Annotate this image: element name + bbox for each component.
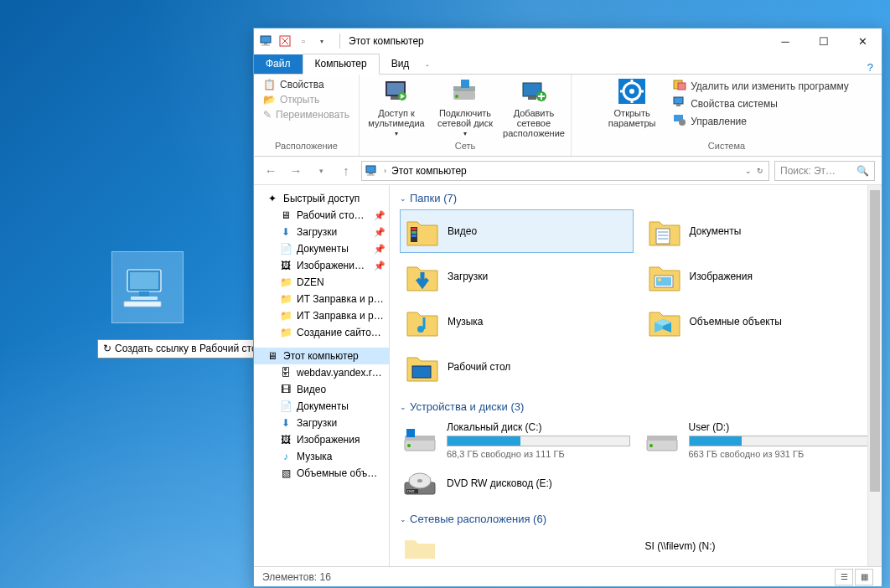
tree-item[interactable]: 🗄webdav.yandex.r… [254,364,389,381]
section-drives-header[interactable]: ⌄Устройства и диски (3) [393,397,882,416]
nav-up-button[interactable]: ↑ [336,161,356,181]
qat-dropdown-icon[interactable]: ▾ [314,34,329,49]
qat-properties-icon[interactable] [277,34,292,49]
nav-back-button[interactable]: ← [261,161,281,181]
svg-rect-38 [411,231,417,234]
ribbon-manage[interactable]: Управление [670,113,851,129]
folder-desktop[interactable]: Рабочий стол [400,345,634,389]
netdrive-icon: 🗄 [279,366,292,379]
folder-icon: 📁 [279,292,292,306]
qat-new-folder-icon[interactable]: ▫ [296,34,311,49]
content-scrollbar[interactable] [867,185,882,566]
ribbon-group-system: Открыть параметры Удалить или изменить п… [572,75,882,156]
folder-downloads[interactable]: Загрузки [400,255,634,298]
view-details-button[interactable]: ☰ [835,569,853,585]
addr-root[interactable]: Этот компьютер [391,165,467,177]
picture-icon: 🖼 [279,433,292,446]
manage-icon [673,114,686,128]
folder-icon: 📁 [279,309,292,322]
tree-item[interactable]: 📄Документы📌 [254,240,389,257]
drive-d[interactable]: User (D:) 663 ГБ свободно из 931 ГБ [642,418,876,462]
ribbon-open-settings[interactable]: Открыть параметры [602,78,662,128]
ribbon-map-drive[interactable]: Подключить сетевой диск▾ [435,78,495,137]
pin-icon: 📌 [374,227,385,238]
drive-free: 663 ГБ свободно из 931 ГБ [689,449,872,459]
tree-item[interactable]: 🖼Изображения [254,431,389,448]
svg-point-16 [455,95,458,98]
drive-dvd[interactable]: DVD DVD RW дисковод (E:) [400,467,634,501]
close-button[interactable]: ✕ [843,28,882,54]
sysprops-icon [673,96,686,111]
ribbon-uninstall[interactable]: Удалить или изменить программу [670,78,851,94]
svg-rect-30 [676,104,680,106]
desktop-drag-pc-icon[interactable] [111,251,184,323]
document-icon: 📄 [279,242,292,255]
folder-pictures[interactable]: Изображения [642,255,876,298]
tab-file[interactable]: Файл [254,54,303,74]
tree-item[interactable]: 🖥Рабочий сто…📌 [254,207,389,224]
folder-documents[interactable]: Документы [642,209,876,253]
tab-computer[interactable]: Компьютер [303,54,380,75]
section-folders-header[interactable]: ⌄Папки (7) [393,188,882,208]
chevron-down-icon: ⌄ [400,515,406,524]
help-icon[interactable]: ? [859,61,882,74]
addr-refresh-icon[interactable]: ↻ [755,167,765,175]
folder-music[interactable]: Музыка [400,300,634,343]
tree-item[interactable]: ♪Музыка [254,448,389,465]
status-elements: Элементов: 16 [262,571,331,583]
tree-quick-access[interactable]: ✦Быстрый доступ [254,190,389,207]
tree-this-pc[interactable]: 🖥Этот компьютер [254,348,389,364]
netloc-item[interactable] [400,530,634,564]
svg-rect-1 [130,272,158,289]
tree-item[interactable]: 🖼Изображени…📌 [254,257,389,274]
tree-item[interactable]: 📁ИТ Заправка и р… [254,291,389,307]
video-icon: 🎞 [279,383,292,396]
view-large-icons-button[interactable]: ▦ [855,569,873,585]
svg-rect-5 [261,36,271,43]
tree-item[interactable]: ▧Объемные объ… [254,465,389,482]
nav-tree[interactable]: ✦Быстрый доступ 🖥Рабочий сто…📌 ⬇Загрузки… [254,185,390,566]
minimize-button[interactable]: ─ [766,28,805,54]
tab-view[interactable]: Вид [380,54,422,74]
group-network-title: Сеть [455,141,475,152]
search-input[interactable]: Поиск: Эт… 🔍 [774,161,875,181]
folder-video[interactable]: Видео [400,209,634,253]
drive-c[interactable]: Локальный диск (C:) 68,3 ГБ свободно из … [400,418,634,462]
rename-icon: ✎ [263,109,272,121]
tree-item[interactable]: 📁DZEN [254,274,389,291]
address-bar[interactable]: › Этот компьютер ⌄ ↻ [361,161,769,181]
pin-icon: 📌 [374,244,385,255]
ribbon-add-netloc[interactable]: Добавить сетевое расположение [504,78,564,138]
tree-item[interactable]: 🎞Видео [254,381,389,398]
chevron-down-icon: ⌄ [400,194,406,203]
section-netloc-header[interactable]: ⌄Сетевые расположения (6) [393,509,882,529]
group-location-title: Расположение [275,141,338,152]
tree-item[interactable]: 📁ИТ Заправка и р… [254,307,389,324]
ribbon-collapse-icon[interactable]: ˇ [421,64,433,74]
search-placeholder: Поиск: Эт… [780,165,836,177]
svg-rect-40 [656,229,670,244]
svg-point-58 [417,479,422,482]
nav-forward-button[interactable]: → [286,161,306,181]
ribbon-sysprops[interactable]: Свойства системы [670,95,851,111]
maximize-button[interactable]: ☐ [805,28,843,54]
svg-text:DVD: DVD [407,489,415,493]
status-bar: Элементов: 16 ☰ ▦ [254,566,882,586]
addr-chevron-icon[interactable]: › [382,167,388,175]
tree-item[interactable]: ⬇Загрузки📌 [254,224,389,240]
pin-icon: 📌 [374,210,385,221]
nav-history-dropdown[interactable]: ▾ [311,161,331,181]
chevron-down-icon: ⌄ [400,403,406,411]
search-icon: 🔍 [856,165,869,177]
tree-item[interactable]: 📁Создание сайто… [254,324,389,341]
ribbon-group-network: Доступ к мультимедиа▾ Подключить сетевой… [360,75,572,156]
folder-3dobjects[interactable]: Объемные объекты [642,300,876,343]
tree-item[interactable]: ⬇Загрузки [254,415,389,431]
ribbon-media-access[interactable]: Доступ к мультимедиа▾ [366,78,427,137]
qat-computer-icon[interactable] [259,34,274,49]
tree-item[interactable]: 📄Документы [254,398,389,415]
ribbon-properties[interactable]: 📋Свойства [261,78,352,91]
addr-dropdown-icon[interactable]: ⌄ [743,167,753,175]
pin-icon: 📌 [374,260,385,271]
netloc-item[interactable]: SI (\\filevm) (N:) [642,530,876,564]
